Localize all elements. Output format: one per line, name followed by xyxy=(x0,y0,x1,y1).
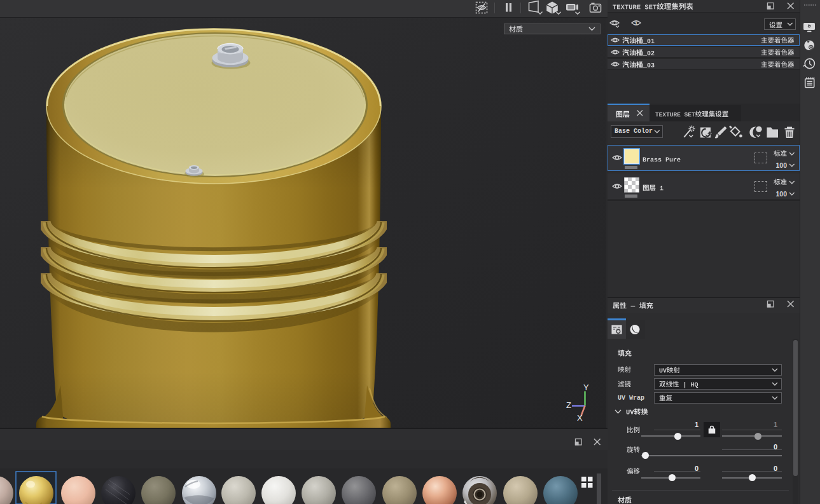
svg-text:Z: Z xyxy=(566,400,571,410)
svg-text:X: X xyxy=(577,413,583,423)
svg-text:1: 1 xyxy=(634,20,638,27)
svg-text:Y: Y xyxy=(583,383,589,392)
